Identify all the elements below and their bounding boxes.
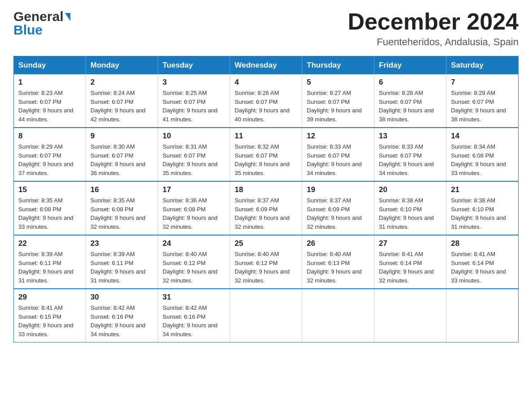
day-number: 22 bbox=[18, 239, 81, 248]
day-info: Sunrise: 8:33 AMSunset: 6:07 PMDaylight:… bbox=[307, 142, 369, 177]
calendar-cell: 8Sunrise: 8:29 AMSunset: 6:07 PMDaylight… bbox=[14, 128, 86, 181]
day-number: 3 bbox=[163, 78, 225, 87]
calendar-week-row: 22Sunrise: 8:39 AMSunset: 6:11 PMDayligh… bbox=[14, 235, 519, 289]
day-info: Sunrise: 8:27 AMSunset: 6:07 PMDaylight:… bbox=[307, 89, 369, 124]
day-info: Sunrise: 8:34 AMSunset: 6:08 PMDaylight:… bbox=[451, 142, 514, 177]
calendar-cell: 10Sunrise: 8:31 AMSunset: 6:07 PMDayligh… bbox=[158, 128, 230, 181]
subtitle: Fuenteheridos, Andalusia, Spain bbox=[348, 36, 519, 48]
calendar-cell: 15Sunrise: 8:35 AMSunset: 6:08 PMDayligh… bbox=[14, 181, 86, 235]
day-info: Sunrise: 8:41 AMSunset: 6:14 PMDaylight:… bbox=[379, 250, 442, 285]
calendar-cell: 24Sunrise: 8:40 AMSunset: 6:12 PMDayligh… bbox=[158, 235, 230, 289]
calendar-cell: 23Sunrise: 8:39 AMSunset: 6:11 PMDayligh… bbox=[86, 235, 158, 289]
day-number: 4 bbox=[235, 78, 297, 87]
calendar-cell: 16Sunrise: 8:35 AMSunset: 6:08 PMDayligh… bbox=[86, 181, 158, 235]
day-info: Sunrise: 8:40 AMSunset: 6:13 PMDaylight:… bbox=[307, 250, 369, 285]
calendar-cell: 27Sunrise: 8:41 AMSunset: 6:14 PMDayligh… bbox=[374, 235, 446, 289]
calendar-cell: 20Sunrise: 8:38 AMSunset: 6:10 PMDayligh… bbox=[374, 181, 446, 235]
calendar-cell: 28Sunrise: 8:41 AMSunset: 6:14 PMDayligh… bbox=[446, 235, 519, 289]
calendar-cell: 3Sunrise: 8:25 AMSunset: 6:07 PMDaylight… bbox=[158, 74, 230, 128]
day-info: Sunrise: 8:37 AMSunset: 6:09 PMDaylight:… bbox=[307, 196, 369, 231]
calendar-cell bbox=[230, 289, 302, 342]
day-info: Sunrise: 8:35 AMSunset: 6:08 PMDaylight:… bbox=[18, 196, 81, 231]
day-number: 12 bbox=[307, 132, 369, 141]
calendar-day-header: Friday bbox=[374, 56, 446, 75]
day-number: 26 bbox=[307, 239, 369, 248]
calendar-day-header: Tuesday bbox=[158, 56, 230, 75]
day-number: 29 bbox=[18, 293, 81, 302]
day-number: 20 bbox=[379, 185, 442, 194]
calendar-cell: 1Sunrise: 8:23 AMSunset: 6:07 PMDaylight… bbox=[14, 74, 86, 128]
title-area: December 2024 Fuenteheridos, Andalusia, … bbox=[348, 9, 519, 48]
day-info: Sunrise: 8:42 AMSunset: 6:16 PMDaylight:… bbox=[90, 304, 153, 338]
day-info: Sunrise: 8:40 AMSunset: 6:12 PMDaylight:… bbox=[235, 250, 297, 285]
calendar-cell: 12Sunrise: 8:33 AMSunset: 6:07 PMDayligh… bbox=[302, 128, 374, 181]
day-number: 14 bbox=[451, 132, 514, 141]
calendar-cell: 26Sunrise: 8:40 AMSunset: 6:13 PMDayligh… bbox=[302, 235, 374, 289]
day-info: Sunrise: 8:29 AMSunset: 6:07 PMDaylight:… bbox=[451, 89, 514, 124]
day-number: 30 bbox=[90, 293, 153, 302]
calendar-cell bbox=[446, 289, 519, 342]
calendar-cell: 31Sunrise: 8:42 AMSunset: 6:16 PMDayligh… bbox=[158, 289, 230, 342]
calendar-day-header: Monday bbox=[86, 56, 158, 75]
calendar-cell: 5Sunrise: 8:27 AMSunset: 6:07 PMDaylight… bbox=[302, 74, 374, 128]
calendar-week-row: 8Sunrise: 8:29 AMSunset: 6:07 PMDaylight… bbox=[14, 128, 519, 181]
calendar-week-row: 29Sunrise: 8:41 AMSunset: 6:15 PMDayligh… bbox=[14, 289, 519, 342]
calendar-header-row: SundayMondayTuesdayWednesdayThursdayFrid… bbox=[14, 56, 519, 75]
logo-arrow-icon bbox=[65, 13, 70, 21]
calendar-cell bbox=[374, 289, 446, 342]
day-number: 8 bbox=[18, 132, 81, 141]
calendar-week-row: 15Sunrise: 8:35 AMSunset: 6:08 PMDayligh… bbox=[14, 181, 519, 235]
calendar-cell: 4Sunrise: 8:26 AMSunset: 6:07 PMDaylight… bbox=[230, 74, 302, 128]
day-info: Sunrise: 8:41 AMSunset: 6:14 PMDaylight:… bbox=[451, 250, 514, 285]
day-info: Sunrise: 8:37 AMSunset: 6:09 PMDaylight:… bbox=[235, 196, 297, 231]
day-info: Sunrise: 8:39 AMSunset: 6:11 PMDaylight:… bbox=[90, 250, 153, 285]
day-info: Sunrise: 8:29 AMSunset: 6:07 PMDaylight:… bbox=[18, 142, 81, 177]
day-info: Sunrise: 8:35 AMSunset: 6:08 PMDaylight:… bbox=[90, 196, 153, 231]
calendar-cell: 29Sunrise: 8:41 AMSunset: 6:15 PMDayligh… bbox=[14, 289, 86, 342]
logo-general-text: General bbox=[13, 9, 64, 24]
calendar-cell: 17Sunrise: 8:36 AMSunset: 6:08 PMDayligh… bbox=[158, 181, 230, 235]
day-info: Sunrise: 8:42 AMSunset: 6:16 PMDaylight:… bbox=[163, 304, 225, 338]
day-info: Sunrise: 8:38 AMSunset: 6:10 PMDaylight:… bbox=[451, 196, 514, 231]
day-number: 27 bbox=[379, 239, 442, 248]
calendar-cell: 25Sunrise: 8:40 AMSunset: 6:12 PMDayligh… bbox=[230, 235, 302, 289]
day-info: Sunrise: 8:36 AMSunset: 6:08 PMDaylight:… bbox=[163, 196, 225, 231]
calendar-cell: 9Sunrise: 8:30 AMSunset: 6:07 PMDaylight… bbox=[86, 128, 158, 181]
day-info: Sunrise: 8:25 AMSunset: 6:07 PMDaylight:… bbox=[163, 89, 225, 124]
day-info: Sunrise: 8:38 AMSunset: 6:10 PMDaylight:… bbox=[379, 196, 442, 231]
day-number: 18 bbox=[235, 185, 297, 194]
day-number: 2 bbox=[90, 78, 153, 87]
calendar-cell: 30Sunrise: 8:42 AMSunset: 6:16 PMDayligh… bbox=[86, 289, 158, 342]
day-info: Sunrise: 8:39 AMSunset: 6:11 PMDaylight:… bbox=[18, 250, 81, 285]
day-number: 17 bbox=[163, 185, 225, 194]
day-number: 16 bbox=[90, 185, 153, 194]
calendar-day-header: Saturday bbox=[446, 56, 519, 75]
day-number: 10 bbox=[163, 132, 225, 141]
calendar-cell: 11Sunrise: 8:32 AMSunset: 6:07 PMDayligh… bbox=[230, 128, 302, 181]
calendar-cell: 13Sunrise: 8:33 AMSunset: 6:07 PMDayligh… bbox=[374, 128, 446, 181]
day-info: Sunrise: 8:26 AMSunset: 6:07 PMDaylight:… bbox=[235, 89, 297, 124]
calendar-week-row: 1Sunrise: 8:23 AMSunset: 6:07 PMDaylight… bbox=[14, 74, 519, 128]
page-header: General Blue December 2024 Fuenteheridos… bbox=[13, 9, 519, 48]
calendar-day-header: Wednesday bbox=[230, 56, 302, 75]
day-number: 28 bbox=[451, 239, 514, 248]
calendar-cell: 7Sunrise: 8:29 AMSunset: 6:07 PMDaylight… bbox=[446, 74, 519, 128]
logo-blue-text: Blue bbox=[13, 22, 43, 38]
day-number: 21 bbox=[451, 185, 514, 194]
calendar-cell: 21Sunrise: 8:38 AMSunset: 6:10 PMDayligh… bbox=[446, 181, 519, 235]
calendar-cell: 19Sunrise: 8:37 AMSunset: 6:09 PMDayligh… bbox=[302, 181, 374, 235]
calendar-cell: 18Sunrise: 8:37 AMSunset: 6:09 PMDayligh… bbox=[230, 181, 302, 235]
calendar-day-header: Thursday bbox=[302, 56, 374, 75]
calendar-day-header: Sunday bbox=[14, 56, 86, 75]
day-number: 24 bbox=[163, 239, 225, 248]
day-number: 15 bbox=[18, 185, 81, 194]
calendar-cell: 22Sunrise: 8:39 AMSunset: 6:11 PMDayligh… bbox=[14, 235, 86, 289]
day-info: Sunrise: 8:33 AMSunset: 6:07 PMDaylight:… bbox=[379, 142, 442, 177]
day-number: 5 bbox=[307, 78, 369, 87]
day-info: Sunrise: 8:32 AMSunset: 6:07 PMDaylight:… bbox=[235, 142, 297, 177]
calendar-cell: 6Sunrise: 8:28 AMSunset: 6:07 PMDaylight… bbox=[374, 74, 446, 128]
day-number: 31 bbox=[163, 293, 225, 302]
calendar-cell: 2Sunrise: 8:24 AMSunset: 6:07 PMDaylight… bbox=[86, 74, 158, 128]
calendar-cell bbox=[302, 289, 374, 342]
day-number: 9 bbox=[90, 132, 153, 141]
